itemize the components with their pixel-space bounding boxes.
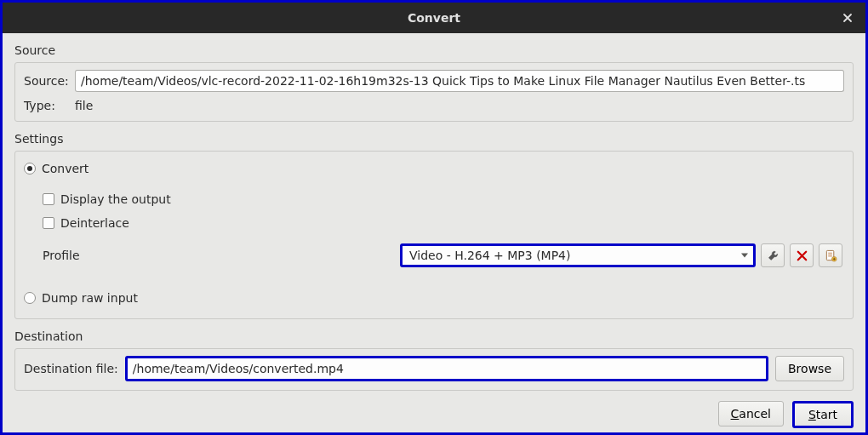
convert-radio[interactable] — [24, 163, 36, 175]
dump-raw-label: Dump raw input — [42, 291, 138, 305]
profile-label: Profile — [43, 249, 400, 262]
source-path-input[interactable] — [75, 70, 844, 92]
titlebar: Convert — [3, 3, 865, 33]
source-heading: Source — [14, 43, 854, 57]
new-profile-icon — [825, 249, 837, 262]
profile-select[interactable]: Video - H.264 + MP3 (MP4) — [400, 243, 756, 267]
deinterlace-label: Deinterlace — [60, 216, 129, 230]
dialog-footer: Cancel Start — [14, 401, 854, 428]
wrench-icon — [767, 249, 779, 262]
destination-panel: Destination file: Browse — [14, 348, 854, 391]
settings-panel: Convert Display the output Deinterlace P… — [14, 151, 854, 319]
new-profile-button[interactable] — [819, 243, 842, 267]
cancel-button[interactable]: Cancel — [718, 401, 784, 426]
edit-profile-button[interactable] — [761, 243, 785, 267]
delete-icon — [796, 249, 808, 262]
delete-profile-button[interactable] — [790, 243, 814, 267]
deinterlace-checkbox[interactable] — [43, 217, 54, 229]
dump-raw-radio[interactable] — [24, 292, 36, 304]
source-panel: Source: Type: file — [14, 62, 854, 122]
close-button[interactable] — [837, 7, 859, 29]
dialog-content: Source Source: Type: file Settings Conve… — [3, 33, 865, 435]
browse-button[interactable]: Browse — [775, 356, 844, 381]
chevron-down-icon — [741, 254, 748, 258]
display-output-label: Display the output — [60, 192, 171, 206]
destination-file-input[interactable] — [125, 356, 768, 381]
source-type-value: file — [75, 99, 93, 112]
convert-dialog: Convert Source Source: Type: file Settin… — [0, 0, 868, 435]
source-path-label: Source: — [24, 74, 75, 88]
window-title: Convert — [408, 11, 460, 25]
profile-selected-value: Video - H.264 + MP3 (MP4) — [409, 249, 571, 262]
close-icon — [842, 13, 853, 23]
destination-heading: Destination — [14, 329, 854, 343]
destination-file-label: Destination file: — [24, 362, 118, 375]
start-button[interactable]: Start — [792, 401, 854, 428]
display-output-checkbox[interactable] — [43, 193, 54, 205]
source-type-label: Type: — [24, 99, 75, 112]
convert-radio-label: Convert — [42, 162, 89, 175]
settings-heading: Settings — [14, 132, 854, 146]
